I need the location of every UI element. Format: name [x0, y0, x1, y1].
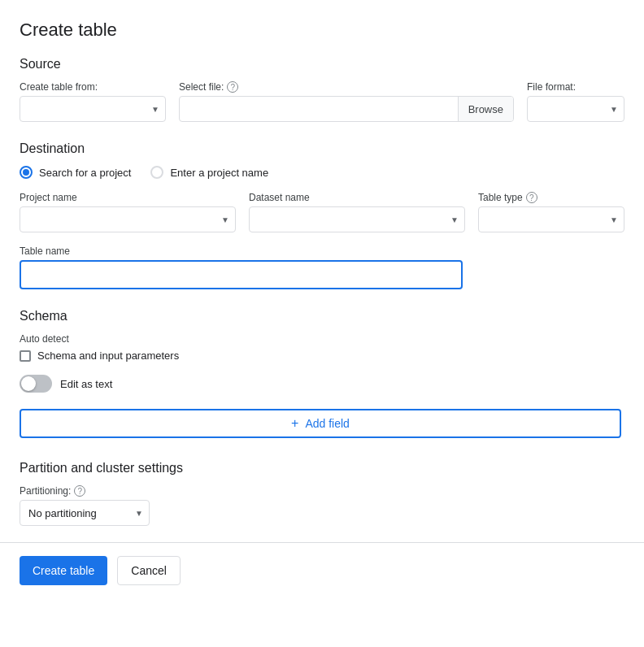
schema-section-title: Schema: [20, 309, 624, 324]
page-container: Create table Source Create table from: U…: [0, 0, 644, 526]
source-section: Source Create table from: Upload Google …: [20, 57, 624, 122]
partitioning-select[interactable]: No partitioning Day Hour Month Year Inte…: [20, 500, 150, 526]
destination-fields-row: Project name ▼ Dataset name ▼: [20, 192, 624, 232]
add-field-button[interactable]: + Add field: [20, 409, 621, 438]
table-name-label: Table name: [20, 245, 624, 257]
dataset-name-group: Dataset name ▼: [249, 192, 465, 232]
edit-as-text-label: Edit as text: [60, 378, 112, 390]
partitioning-select-wrapper: No partitioning Day Hour Month Year Inte…: [20, 500, 150, 526]
plus-icon: +: [291, 416, 298, 431]
table-type-help-icon[interactable]: ?: [526, 192, 537, 203]
table-type-group: Table type ? ▼: [478, 192, 624, 232]
auto-detect-label: Auto detect: [20, 333, 624, 345]
table-type-select-wrapper: ▼: [478, 206, 624, 232]
toggle-thumb: [21, 376, 36, 391]
file-format-label: File format:: [527, 81, 624, 93]
dataset-name-label: Dataset name: [249, 192, 465, 203]
partitioning-help-icon[interactable]: ?: [74, 485, 85, 497]
auto-detect-checkbox[interactable]: [20, 350, 31, 362]
project-name-group: Project name ▼: [20, 192, 236, 232]
search-project-label: Search for a project: [39, 167, 131, 179]
schema-section: Schema Auto detect Schema and input para…: [20, 309, 624, 438]
source-row: Create table from: Upload Google Cloud S…: [20, 81, 624, 122]
select-file-label: Select file: ?: [179, 81, 514, 93]
page-title: Create table: [20, 20, 624, 41]
cancel-button[interactable]: Cancel: [117, 556, 181, 585]
destination-section-title: Destination: [20, 141, 624, 156]
source-section-title: Source: [20, 57, 624, 72]
footer: Create table Cancel: [0, 543, 644, 598]
project-name-select-wrapper: ▼: [20, 206, 236, 232]
destination-section: Destination Search for a project Enter a…: [20, 141, 624, 289]
edit-as-text-toggle[interactable]: [20, 375, 52, 393]
file-format-select-wrapper: CSV JSON Avro Parquet ORC ▼: [527, 96, 624, 122]
add-field-label: Add field: [305, 417, 349, 430]
browse-button[interactable]: Browse: [458, 97, 513, 121]
enter-project-label: Enter a project name: [170, 167, 268, 179]
partition-section: Partition and cluster settings Partition…: [20, 461, 624, 526]
table-type-label: Table type ?: [478, 192, 624, 203]
create-from-select[interactable]: Upload Google Cloud Storage Google Drive…: [20, 96, 166, 122]
table-name-input[interactable]: [20, 260, 463, 289]
enter-project-radio[interactable]: Enter a project name: [150, 166, 268, 179]
dataset-name-select[interactable]: [249, 206, 465, 232]
auto-detect-checkbox-label: Schema and input parameters: [37, 350, 179, 362]
partition-section-title: Partition and cluster settings: [20, 461, 624, 475]
table-type-select[interactable]: [478, 206, 624, 232]
search-project-radio[interactable]: Search for a project: [20, 166, 131, 179]
file-input[interactable]: [180, 103, 458, 115]
search-project-radio-input[interactable]: [20, 166, 33, 179]
file-format-select[interactable]: CSV JSON Avro Parquet ORC: [527, 96, 624, 122]
file-format-group: File format: CSV JSON Avro Parquet ORC ▼: [527, 81, 624, 122]
enter-project-radio-input[interactable]: [150, 166, 163, 179]
create-table-button[interactable]: Create table: [20, 556, 107, 585]
project-name-select[interactable]: [20, 206, 236, 232]
create-from-select-wrapper: Upload Google Cloud Storage Google Drive…: [20, 96, 166, 122]
project-name-label: Project name: [20, 192, 236, 203]
table-name-field: Table name: [20, 245, 624, 289]
file-input-row: Browse: [179, 96, 514, 122]
create-from-label: Create table from:: [20, 81, 166, 93]
edit-as-text-toggle-row: Edit as text: [20, 375, 624, 393]
select-file-group: Select file: ? Browse: [179, 81, 514, 122]
project-radio-group: Search for a project Enter a project nam…: [20, 166, 624, 179]
partitioning-label: Partitioning: ?: [20, 485, 624, 497]
select-file-help-icon[interactable]: ?: [227, 81, 238, 93]
dataset-name-select-wrapper: ▼: [249, 206, 465, 232]
create-from-group: Create table from: Upload Google Cloud S…: [20, 81, 166, 122]
auto-detect-checkbox-option: Schema and input parameters: [20, 350, 624, 362]
